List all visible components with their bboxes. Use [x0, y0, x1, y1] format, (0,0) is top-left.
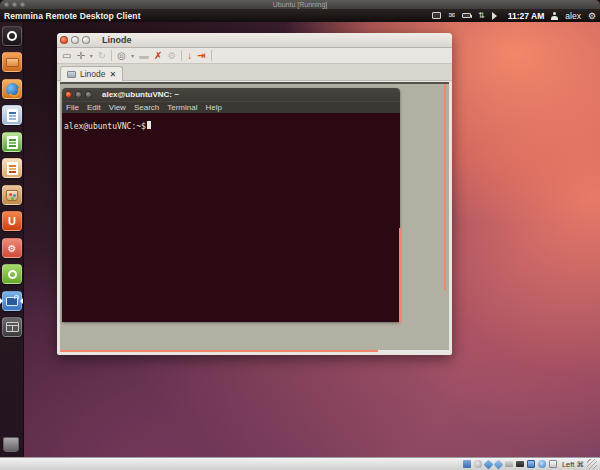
- remmina-toolbar: ▭ ✛ ▾ ↻ ◎ ▾ ▬ ✗ ⚙ ↓ ⇥: [57, 48, 452, 64]
- mouse-integration-icon[interactable]: [549, 460, 557, 468]
- ubuntu-top-panel: Remmina Remote Desktop Client ✉ ⇅ 11:27 …: [0, 9, 600, 22]
- minimize-to-tray-icon[interactable]: ↓: [187, 49, 192, 63]
- menu-help[interactable]: Help: [205, 103, 221, 112]
- tab-monitor-icon: [67, 71, 76, 78]
- switch-mode-icon[interactable]: ↻: [98, 49, 106, 63]
- features-icon[interactable]: [538, 460, 546, 468]
- tools-icon[interactable]: ✗: [154, 49, 162, 63]
- dash-home-icon[interactable]: [2, 26, 22, 46]
- keyboard-grab-icon[interactable]: ▬: [139, 49, 149, 63]
- connection-tab[interactable]: Linode ✕: [60, 66, 123, 81]
- menu-edit[interactable]: Edit: [87, 103, 101, 112]
- usb-icon[interactable]: [493, 459, 503, 469]
- vm-window-titlebar: Ubuntu [Running]: [0, 0, 600, 9]
- shell-prompt: alex@ubuntuVNC:~$: [64, 122, 146, 131]
- software-center-icon[interactable]: [2, 185, 22, 205]
- window-minimize-button[interactable]: [71, 36, 79, 44]
- active-app-title[interactable]: Remmina Remote Desktop Client: [4, 11, 141, 21]
- toolbar-separator: [111, 50, 112, 61]
- shared-folders-icon[interactable]: [505, 461, 513, 467]
- unity-launcher: U ⚙: [0, 22, 24, 457]
- resize-grip[interactable]: [587, 459, 597, 469]
- battery-icon[interactable]: [462, 9, 471, 22]
- remmina-titlebar[interactable]: Linode: [57, 33, 452, 48]
- vnc-viewport[interactable]: alex@ubuntuVNC: ~ File Edit View Search …: [60, 82, 449, 350]
- system-settings-icon[interactable]: ⚙: [2, 238, 22, 258]
- optical-disc-icon[interactable]: [474, 460, 482, 468]
- terminal-title: alex@ubuntuVNC: ~: [102, 90, 179, 99]
- vnc-artifact-line: [60, 350, 378, 352]
- user-menu[interactable]: alex: [565, 11, 581, 21]
- terminal-close-button[interactable]: [65, 91, 72, 98]
- toolbar-separator: [181, 50, 182, 61]
- toolbar-separator: [211, 50, 212, 61]
- libreoffice-impress-icon[interactable]: [2, 158, 22, 178]
- disconnect-icon[interactable]: ⇥: [197, 49, 205, 63]
- running-indicator-arrow: [0, 298, 6, 304]
- terminal-titlebar[interactable]: alex@ubuntuVNC: ~: [62, 88, 400, 101]
- remmina-tabbar: Linode ✕: [57, 64, 452, 81]
- indicator-area: ✉ ⇅ 11:27 AM alex ⚙: [432, 9, 596, 22]
- terminal-cursor: [147, 121, 151, 129]
- video-capture-icon[interactable]: [527, 460, 535, 468]
- libreoffice-writer-icon[interactable]: [2, 105, 22, 125]
- vm-window-title: Ubuntu [Running]: [0, 0, 600, 9]
- vbox-statusbar: Left ⌘: [0, 457, 600, 470]
- remote-terminal-window[interactable]: alex@ubuntuVNC: ~ File Edit View Search …: [62, 88, 400, 322]
- menu-view[interactable]: View: [109, 103, 126, 112]
- fullscreen-toggle-icon[interactable]: ▭: [62, 49, 71, 63]
- ubuntu-software-icon[interactable]: [2, 264, 22, 284]
- messaging-menu-icon[interactable]: ✉: [448, 9, 455, 22]
- terminal-minimize-button[interactable]: [75, 91, 82, 98]
- hard-disk-icon[interactable]: [463, 460, 471, 468]
- menu-terminal[interactable]: Terminal: [167, 103, 197, 112]
- session-gear-icon[interactable]: ⚙: [588, 11, 596, 21]
- focused-indicator-arrow: [17, 298, 23, 304]
- host-key-label: Left ⌘: [562, 460, 584, 469]
- network-icon[interactable]: ⇅: [478, 9, 485, 22]
- ubuntu-one-icon[interactable]: U: [2, 211, 22, 231]
- screenshot-tool-icon[interactable]: [2, 317, 22, 337]
- screen: Ubuntu [Running] Remmina Remote Desktop …: [0, 0, 600, 470]
- user-icon: [551, 9, 558, 22]
- zoom-dropdown-caret[interactable]: ▾: [131, 52, 134, 59]
- terminal-body[interactable]: alex@ubuntuVNC:~$: [62, 113, 400, 322]
- tab-close-icon[interactable]: ✕: [110, 70, 117, 79]
- window-close-button[interactable]: [60, 36, 68, 44]
- network-icon[interactable]: [483, 459, 493, 469]
- home-folder-icon[interactable]: [2, 52, 22, 72]
- volume-icon[interactable]: [492, 9, 501, 22]
- vnc-artifact-line: [444, 84, 446, 290]
- zoom-icon[interactable]: ◎: [117, 49, 126, 63]
- vbox-status-icons: Left ⌘: [463, 459, 597, 469]
- terminal-maximize-button[interactable]: [85, 91, 92, 98]
- menu-file[interactable]: File: [66, 103, 79, 112]
- trash-icon[interactable]: [3, 437, 19, 452]
- window-title: Linode: [102, 35, 132, 45]
- fit-dropdown-caret[interactable]: ▾: [90, 52, 93, 59]
- preferences-icon[interactable]: ⚙: [167, 49, 176, 63]
- firefox-icon[interactable]: [2, 79, 22, 99]
- vnc-artifact-line: [399, 228, 401, 323]
- remmina-window: Linode ▭ ✛ ▾ ↻ ◎ ▾ ▬ ✗ ⚙ ↓ ⇥ Linode ✕: [57, 33, 452, 355]
- terminal-menubar: File Edit View Search Terminal Help: [62, 101, 400, 113]
- libreoffice-calc-icon[interactable]: [2, 132, 22, 152]
- menu-search[interactable]: Search: [134, 103, 159, 112]
- window-maximize-button[interactable]: [82, 36, 90, 44]
- tab-label[interactable]: Linode: [80, 69, 106, 79]
- remmina-applet-icon[interactable]: [432, 9, 441, 22]
- fit-window-icon[interactable]: ✛: [76, 49, 84, 63]
- display-icon[interactable]: [516, 461, 524, 467]
- clock[interactable]: 11:27 AM: [508, 11, 545, 21]
